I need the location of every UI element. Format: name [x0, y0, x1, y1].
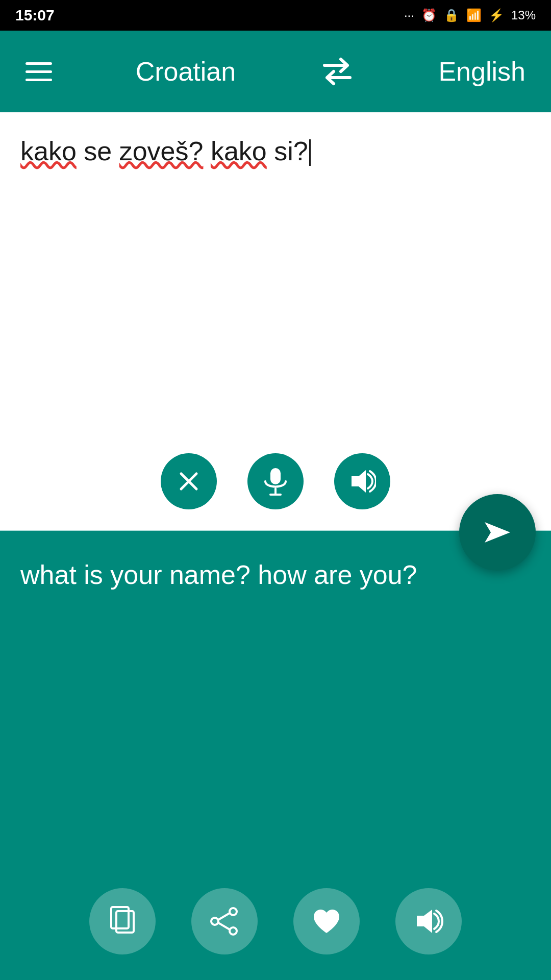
svg-point-11: [211, 918, 218, 925]
status-bar: 15:07 ··· ⏰ 🔒 📶 ⚡ 13%: [0, 0, 551, 31]
source-language[interactable]: Croatian: [136, 56, 236, 87]
svg-line-12: [218, 913, 230, 920]
word-kako1: kako: [20, 136, 77, 166]
output-text: what is your name? how are you?: [20, 556, 531, 594]
main-content: kako se zoveš? kako si?: [0, 112, 551, 980]
input-section: kako se zoveš? kako si?: [0, 112, 551, 531]
microphone-button[interactable]: [247, 453, 304, 509]
output-section: what is your name? how are you?: [0, 531, 551, 980]
share-button[interactable]: [191, 888, 258, 954]
word-kako2: kako: [211, 136, 267, 166]
battery-label: 13%: [511, 8, 536, 22]
input-actions: [0, 453, 551, 509]
svg-marker-14: [417, 910, 432, 933]
charging-icon: ⚡: [489, 8, 504, 22]
word-zoves: zoveš?: [119, 136, 204, 166]
svg-point-9: [230, 908, 237, 915]
target-language[interactable]: English: [438, 56, 525, 87]
svg-line-13: [218, 923, 230, 929]
status-time: 15:07: [15, 7, 55, 24]
signal-icon: 📶: [466, 8, 482, 22]
status-icons: ··· ⏰ 🔒 📶 ⚡ 13%: [404, 8, 536, 22]
clear-button[interactable]: [161, 453, 217, 509]
copy-button[interactable]: [89, 888, 156, 954]
menu-button[interactable]: [26, 62, 52, 81]
sim-icon: 🔒: [444, 8, 459, 22]
alarm-icon: ⏰: [421, 8, 437, 22]
word-si: si?: [274, 136, 310, 166]
translate-button[interactable]: [459, 494, 536, 571]
output-speaker-button[interactable]: [395, 888, 462, 954]
svg-rect-2: [270, 468, 281, 484]
output-actions: [0, 888, 551, 954]
svg-marker-6: [485, 522, 510, 543]
favorite-button[interactable]: [293, 888, 360, 954]
swap-languages-button[interactable]: [319, 56, 355, 87]
toolbar: Croatian English: [0, 31, 551, 112]
input-speaker-button[interactable]: [334, 453, 390, 509]
input-text-display[interactable]: kako se zoveš? kako si?: [20, 133, 531, 170]
svg-marker-5: [352, 470, 366, 493]
word-se: se: [84, 136, 119, 166]
ellipsis-icon: ···: [404, 8, 414, 22]
svg-point-10: [230, 927, 237, 935]
